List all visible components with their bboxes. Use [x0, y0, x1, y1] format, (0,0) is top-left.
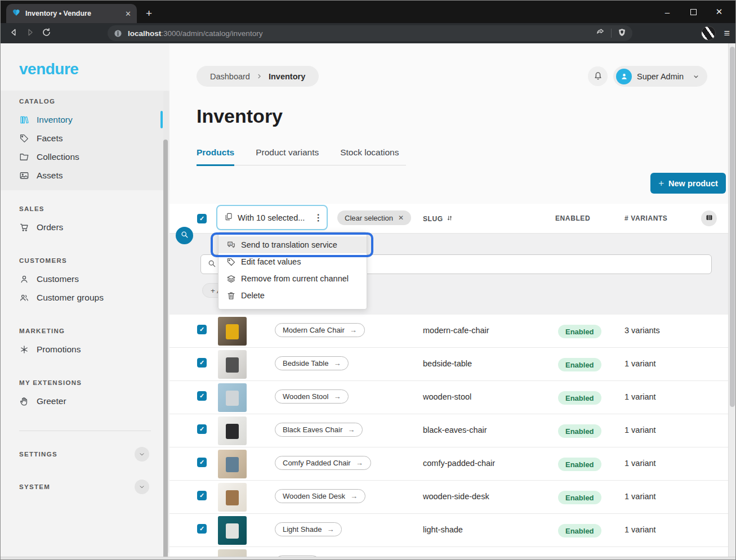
arrow-right-icon: → — [356, 459, 363, 467]
menu-item-edit-facet-values[interactable]: Edit facet values — [218, 253, 367, 270]
brave-shield-icon[interactable] — [617, 28, 627, 39]
row-checkbox[interactable]: ✓ — [197, 491, 207, 500]
bulk-actions-button[interactable]: With 10 selected... ⋮ — [216, 205, 328, 230]
sidebar-item-customer-groups[interactable]: Customer groups — [1, 288, 169, 307]
site-info-icon[interactable] — [113, 29, 123, 38]
chevron-down-icon[interactable] — [135, 480, 149, 494]
sidebar-scrollbar-thumb[interactable] — [163, 140, 168, 560]
product-name-link[interactable]: Comfy Padded Chair→ — [275, 456, 371, 470]
image-icon — [19, 171, 29, 181]
url-host: localhost — [128, 29, 161, 38]
tab-product-variants[interactable]: Product variants — [256, 147, 319, 165]
browser-window: Inventory • Vendure ✕ + – ✕ localhost:30… — [0, 0, 736, 560]
page-scrollbar-thumb[interactable] — [730, 47, 735, 407]
table-row-comfy-padded-chair: ✓Comfy Padded Chair→comfy-padded-chairEn… — [169, 447, 728, 481]
search-toggle-button[interactable] — [176, 227, 193, 244]
menu-item-send-to-translation-service[interactable]: aSend to translation service — [218, 236, 367, 253]
sidebar-item-orders[interactable]: Orders — [1, 218, 169, 236]
chevron-down-icon[interactable] — [135, 447, 149, 462]
select-all-checkbox[interactable]: ✓ — [197, 214, 207, 223]
sidebar-item-inventory[interactable]: Inventory — [1, 110, 169, 129]
breadcrumb-inventory[interactable]: Inventory — [269, 72, 305, 81]
sidebar-item-greeter[interactable]: Greeter — [1, 392, 169, 410]
browser-profile-avatar[interactable] — [701, 26, 716, 41]
sidebar-section-settings[interactable]: SETTINGS — [1, 445, 169, 464]
breadcrumb-dashboard[interactable]: Dashboard — [210, 72, 250, 81]
product-name: Modern Cafe Chair — [283, 326, 345, 334]
row-checkbox[interactable]: ✓ — [197, 524, 207, 534]
sidebar-section-customers: CUSTOMERSCustomersCustomer groups — [1, 250, 169, 312]
sidebar-item-customers[interactable]: Customers — [1, 270, 169, 288]
product-name-link[interactable]: Wooden Side Desk→ — [275, 489, 365, 503]
product-name-link[interactable]: Black Eaves Chair→ — [275, 423, 363, 437]
sidebar-item-collections[interactable]: Collections — [1, 147, 169, 166]
product-slug: bedside-table — [423, 359, 472, 368]
arrow-right-icon: → — [347, 425, 355, 434]
tab-products[interactable]: Products — [197, 147, 234, 166]
window-close-button[interactable]: ✕ — [706, 1, 732, 23]
share-icon[interactable] — [595, 27, 605, 39]
sidebar-item-label: Collections — [37, 152, 79, 162]
sidebar-item-promotions[interactable]: Promotions — [1, 340, 169, 359]
row-checkbox[interactable]: ✓ — [197, 325, 207, 334]
product-name-link[interactable]: Modern Cafe Chair→ — [275, 323, 365, 337]
sort-icon — [446, 214, 453, 223]
sidebar-scrollbar[interactable] — [163, 91, 169, 554]
browser-menu-icon[interactable]: ≡ — [724, 28, 730, 39]
row-checkbox[interactable]: ✓ — [197, 458, 207, 467]
new-tab-button[interactable]: + — [146, 8, 152, 19]
users-icon — [19, 293, 29, 303]
column-settings-button[interactable] — [701, 210, 717, 226]
chevron-down-icon — [692, 73, 700, 80]
product-name: Comfy Padded Chair — [283, 459, 351, 467]
plus-icon: + — [658, 178, 664, 189]
table-row-wooden-stool: ✓Wooden Stool→wooden-stoolEnabled1 varia… — [169, 381, 728, 414]
clear-selection-button[interactable]: Clear selection ✕ — [337, 210, 411, 225]
browser-toolbar: localhost:3000/admin/catalog/inventory ≡ — [1, 23, 735, 43]
new-product-button[interactable]: + New product — [650, 173, 726, 194]
sidebar-section-marketing: MARKETINGPromotions — [1, 320, 169, 364]
new-product-label: New product — [668, 179, 718, 188]
section-label: SYSTEM — [1, 483, 50, 490]
menu-item-remove-from-current-channel[interactable]: Remove from current channel — [218, 270, 367, 287]
variant-count: 1 variant — [625, 359, 656, 368]
product-name-link[interactable]: Bedside Table→ — [275, 356, 349, 370]
status-badge: Enabled — [558, 458, 601, 471]
address-bar[interactable]: localhost:3000/admin/catalog/inventory — [108, 25, 632, 41]
row-checkbox[interactable]: ✓ — [197, 391, 207, 401]
sidebar-section-system[interactable]: SYSTEM — [1, 477, 169, 496]
kebab-icon[interactable]: ⋮ — [309, 212, 323, 223]
menu-item-delete[interactable]: Delete — [218, 287, 367, 304]
trash-icon — [226, 291, 236, 301]
window-minimize-button[interactable]: – — [654, 1, 680, 23]
variant-count: 1 variant — [625, 492, 656, 501]
product-thumbnail — [218, 450, 247, 478]
sidebar-item-facets[interactable]: Facets — [1, 129, 169, 147]
column-header-variants[interactable]: # VARIANTS — [625, 214, 667, 222]
column-header-slug[interactable]: SLUG — [423, 214, 453, 223]
product-name-link[interactable]: Wooden Stool→ — [275, 389, 349, 404]
reload-icon[interactable] — [41, 27, 52, 40]
product-name: Wooden Side Desk — [283, 492, 345, 500]
window-maximize-button[interactable] — [680, 1, 706, 23]
browser-tab[interactable]: Inventory • Vendure ✕ — [6, 4, 137, 23]
sidebar-item-assets[interactable]: Assets — [1, 166, 169, 185]
sidebar-item-label: Facets — [37, 133, 63, 144]
product-table: ✓Modern Cafe Chair→modern-cafe-chairEnab… — [169, 315, 728, 560]
column-header-enabled[interactable]: ENABLED — [555, 214, 590, 222]
notifications-button[interactable] — [588, 66, 608, 86]
product-name-link[interactable]: Light Shade→ — [275, 522, 342, 536]
forward-icon[interactable] — [25, 27, 35, 40]
tab-close-icon[interactable]: ✕ — [125, 10, 131, 18]
back-icon[interactable] — [8, 27, 19, 40]
user-menu[interactable]: Super Admin — [613, 66, 707, 87]
tab-stock-locations[interactable]: Stock locations — [340, 147, 399, 165]
row-checkbox[interactable]: ✓ — [197, 358, 207, 368]
row-checkbox[interactable]: ✓ — [197, 424, 207, 434]
page-scrollbar[interactable] — [728, 43, 735, 560]
arrow-right-icon: → — [350, 326, 357, 334]
user-name: Super Admin — [637, 72, 687, 81]
bulk-actions-menu: aSend to translation serviceEdit facet v… — [218, 232, 367, 310]
translate-icon: a — [226, 240, 236, 250]
product-name: Bedside Table — [283, 359, 328, 368]
